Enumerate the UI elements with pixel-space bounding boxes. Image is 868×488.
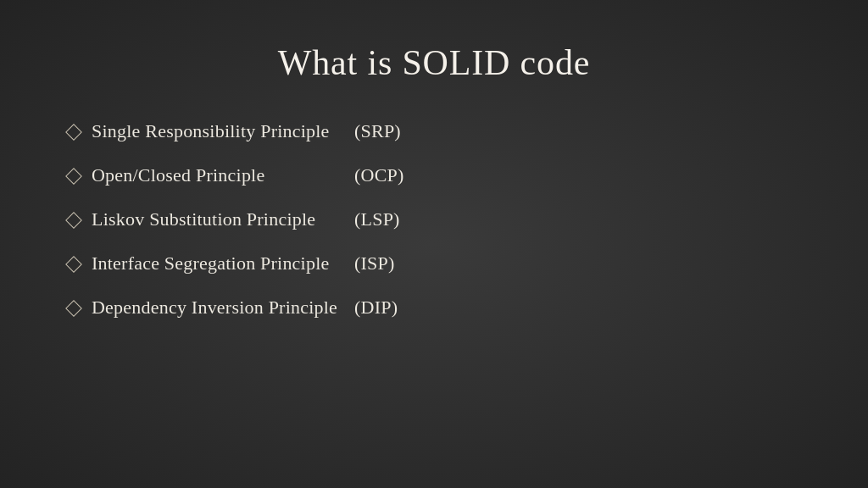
principle-name: Single Responsibility Principle [92, 120, 346, 142]
list-item: Liskov Substitution Principle(LSP) [68, 208, 661, 230]
principle-abbr: (OCP) [354, 164, 404, 186]
bullet-diamond-icon [65, 300, 82, 317]
slide-title: What is SOLID code [278, 42, 591, 83]
list-item: Single Responsibility Principle(SRP) [68, 120, 661, 142]
list-item: Open/Closed Principle(OCP) [68, 164, 661, 186]
principle-name: Open/Closed Principle [92, 164, 346, 186]
bullet-diamond-icon [65, 124, 82, 141]
slide: What is SOLID code Single Responsibility… [0, 0, 868, 488]
principle-name: Interface Segregation Principle [92, 252, 346, 274]
principle-abbr: (LSP) [354, 208, 400, 230]
bullet-diamond-icon [65, 212, 82, 229]
principle-name: Liskov Substitution Principle [92, 208, 346, 230]
principle-abbr: (DIP) [354, 297, 398, 319]
bullet-diamond-icon [65, 256, 82, 273]
principles-list: Single Responsibility Principle(SRP)Open… [68, 120, 661, 341]
bullet-diamond-icon [65, 168, 82, 185]
list-item: Dependency Inversion Principle(DIP) [68, 297, 661, 319]
list-item: Interface Segregation Principle(ISP) [68, 252, 661, 274]
principle-name: Dependency Inversion Principle [92, 297, 346, 319]
principle-abbr: (SRP) [354, 120, 401, 142]
principle-abbr: (ISP) [354, 252, 395, 274]
